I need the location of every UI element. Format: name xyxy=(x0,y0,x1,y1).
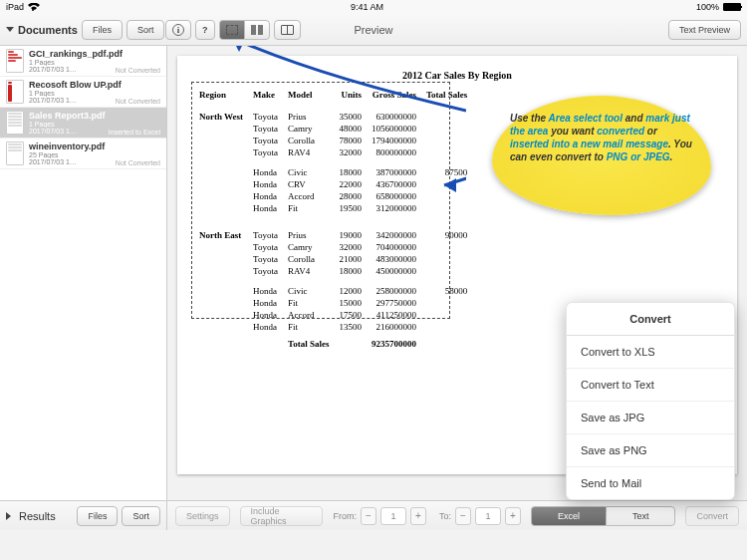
info-button[interactable]: i xyxy=(165,20,191,40)
main-pane: GCI_rankings_pdf.pdf 1 Pages 2017/07/03 … xyxy=(0,46,747,530)
battery-label: 100% xyxy=(696,2,719,12)
view-mode-segment[interactable] xyxy=(219,20,270,40)
pdf-thumb-icon xyxy=(6,80,24,104)
file-list[interactable]: GCI_rankings_pdf.pdf 1 Pages 2017/07/03 … xyxy=(0,46,166,500)
excel-segment[interactable]: Excel xyxy=(531,506,606,526)
files-button[interactable]: Files xyxy=(82,20,123,40)
columns-button[interactable] xyxy=(244,20,270,40)
wifi-icon xyxy=(28,3,38,11)
convert-text-item[interactable]: Convert to Text xyxy=(567,369,734,402)
preview-title: Preview xyxy=(354,24,392,36)
instruction-cloud: Use the Area select tool and mark just t… xyxy=(492,96,711,215)
status-bar: iPad 9:41 AM 100% xyxy=(0,0,747,14)
include-graphics-button[interactable]: Include Graphics xyxy=(240,506,324,526)
to-field[interactable]: 1 xyxy=(475,507,501,525)
data-table: RegionMakeModelUnitsGross SalesTotal Sal… xyxy=(197,89,475,350)
file-name: GCI_rankings_pdf.pdf xyxy=(29,49,160,59)
pdf-thumb-icon xyxy=(6,49,24,73)
chevron-right-icon xyxy=(6,512,15,520)
sidebar: GCI_rankings_pdf.pdf 1 Pages 2017/07/03 … xyxy=(0,46,167,530)
clock-label: 9:41 AM xyxy=(351,2,383,12)
pdf-thumb-icon xyxy=(6,111,24,135)
question-icon: ? xyxy=(202,25,208,35)
columns-icon xyxy=(251,25,263,35)
area-select-icon xyxy=(226,25,238,35)
pdf-thumb-icon xyxy=(6,141,24,165)
to-dec-button[interactable]: − xyxy=(455,507,471,525)
chevron-down-icon xyxy=(6,27,14,32)
format-segment[interactable]: Excel Text xyxy=(531,506,676,526)
battery-icon xyxy=(723,3,741,11)
top-toolbar: Documents Files Sort i ? Preview Text Pr… xyxy=(0,14,747,46)
sort-button[interactable]: Sort xyxy=(126,20,165,40)
book-view-button[interactable] xyxy=(274,20,301,40)
settings-button[interactable]: Settings xyxy=(175,506,230,526)
file-item[interactable]: Recosoft Blow UP.pdf 1 Pages 2017/07/03 … xyxy=(0,77,166,108)
area-select-button[interactable] xyxy=(219,20,244,40)
results-title[interactable]: Results xyxy=(6,510,56,522)
documents-title[interactable]: Documents xyxy=(6,24,78,36)
file-item[interactable]: wineinventory.pdf 25 Pages 2017/07/03 1…… xyxy=(0,139,166,169)
info-icon: i xyxy=(172,24,184,36)
popover-header: Convert xyxy=(567,303,734,336)
bottom-toolbar: Settings Include Graphics From: − 1 + To… xyxy=(167,500,747,530)
convert-popover: Convert Convert to XLS Convert to Text S… xyxy=(566,302,735,500)
convert-button[interactable]: Convert xyxy=(685,506,739,526)
doc-title: 2012 Car Sales By Region xyxy=(197,70,717,81)
file-item[interactable]: Sales Report3.pdf 1 Pages 2017/07/03 1… … xyxy=(0,108,166,139)
convert-xls-item[interactable]: Convert to XLS xyxy=(567,336,734,369)
carrier-label: iPad xyxy=(6,2,24,12)
preview-pane: 2012 Car Sales By Region RegionMakeModel… xyxy=(167,46,747,530)
save-jpg-item[interactable]: Save as JPG xyxy=(567,402,734,434)
text-segment[interactable]: Text xyxy=(606,506,676,526)
send-mail-item[interactable]: Send to Mail xyxy=(567,467,734,499)
help-button[interactable]: ? xyxy=(195,20,215,40)
page-range: From: − 1 + To: − 1 + xyxy=(333,507,521,525)
text-preview-button[interactable]: Text Preview xyxy=(668,20,741,40)
to-inc-button[interactable]: + xyxy=(505,507,521,525)
file-item[interactable]: GCI_rankings_pdf.pdf 1 Pages 2017/07/03 … xyxy=(0,46,166,77)
save-png-item[interactable]: Save as PNG xyxy=(567,434,734,467)
book-icon xyxy=(281,25,294,35)
from-dec-button[interactable]: − xyxy=(361,507,376,525)
results-files-button[interactable]: Files xyxy=(77,506,118,526)
results-sort-button[interactable]: Sort xyxy=(122,506,160,526)
from-inc-button[interactable]: + xyxy=(410,507,426,525)
sidebar-footer: Results Files Sort xyxy=(0,500,166,530)
from-field[interactable]: 1 xyxy=(380,507,406,525)
